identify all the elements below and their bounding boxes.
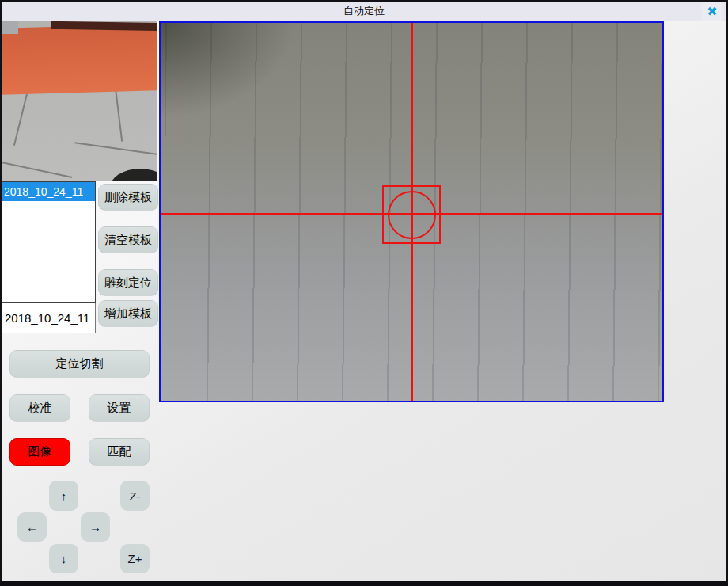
- template-preview-image: [2, 21, 157, 181]
- close-icon[interactable]: ✖: [702, 2, 722, 21]
- settings-button[interactable]: 设置: [89, 394, 150, 422]
- template-name-input[interactable]: [2, 303, 96, 333]
- clear-templates-button[interactable]: 清空模板: [98, 226, 158, 253]
- template-list[interactable]: 2018_10_24_11: [2, 181, 96, 303]
- delete-template-button[interactable]: 删除模板: [98, 184, 158, 211]
- add-template-button[interactable]: 增加模板: [98, 300, 158, 327]
- preview-dark-object: [109, 169, 157, 181]
- position-cut-button[interactable]: 定位切割: [9, 350, 150, 378]
- jog-z-minus-button[interactable]: Z-: [120, 481, 150, 511]
- auto-positioning-dialog: 自动定位 ✖ 2018_10_24_11 删除模板 清空模板 雕刻定位 增加模板…: [0, 0, 728, 586]
- jog-up-button[interactable]: ↑: [49, 481, 78, 511]
- match-button[interactable]: 匹配: [89, 438, 150, 466]
- template-list-item[interactable]: 2018_10_24_11: [2, 182, 95, 201]
- engrave-positioning-button[interactable]: 雕刻定位: [98, 269, 158, 296]
- camera-view[interactable]: [159, 21, 664, 402]
- preview-orange-beam: [2, 24, 157, 95]
- titlebar: 自动定位 ✖: [2, 2, 726, 21]
- jog-z-plus-button[interactable]: Z+: [120, 544, 150, 573]
- roi-circle: [388, 191, 436, 239]
- image-button[interactable]: 图像: [9, 438, 70, 466]
- jog-right-button[interactable]: →: [81, 512, 110, 542]
- dialog-title: 自动定位: [343, 4, 385, 18]
- preview-gray-box: [2, 21, 18, 34]
- calibrate-button[interactable]: 校准: [9, 394, 70, 422]
- preview-tile-line: [2, 161, 72, 178]
- jog-down-button[interactable]: ↓: [49, 544, 78, 573]
- jog-left-button[interactable]: ←: [17, 512, 47, 542]
- preview-tile-line: [74, 142, 157, 156]
